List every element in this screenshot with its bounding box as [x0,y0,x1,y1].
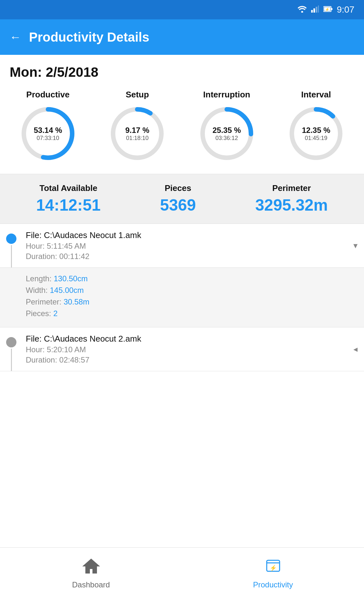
detail-row-0-3: Pieces: 2 [26,309,354,318]
detail-row-0-1: Width: 145.00cm [26,286,354,295]
svg-point-0 [301,11,303,13]
svg-marker-17 [83,559,99,573]
stat-label-1: Pieces [165,183,191,193]
nav-label-productivity: Productivity [253,580,293,589]
chart-item-3: Interval 12.35 % 01:45:19 [276,90,356,164]
nav-icon-productivity: ⚡ [265,558,282,578]
timeline-line-col-1 [0,327,23,371]
chart-item-0: Productive 53.14 % 07:33:10 [8,90,88,164]
chart-label-2: Interruption [203,90,250,100]
timeline-dot-1 [6,337,16,347]
svg-rect-1 [311,10,313,13]
donut-pct-0: 53.14 % [34,126,62,135]
signal-icon [311,5,319,14]
timeline-content-1: File: C:\Audaces Neocut 2.amk Hour: 5:20… [23,327,353,371]
bottom-nav: Dashboard ⚡ Productivity [0,547,364,599]
svg-rect-7 [331,8,332,10]
date-section: Mon: 2/5/2018 [0,55,364,83]
wifi-icon [298,5,307,14]
detail-val-0-1: 145.00cm [50,286,84,295]
nav-icon-dashboard [82,558,100,578]
date-label: Mon: 2/5/2018 [10,65,98,80]
stat-item-1: Pieces 5369 [160,183,196,215]
timeline-dot-0 [6,234,16,244]
stat-label-2: Perimeter [272,183,311,193]
chart-item-2: Interruption 25.35 % 03:36:12 [187,90,267,164]
chart-label-0: Productive [26,90,70,100]
donut-0: 53.14 % 07:33:10 [17,103,79,164]
status-bar: ⚡ 9:07 [0,0,364,19]
timeline-duration-0: Duration: 00:11:42 [26,252,347,261]
timeline-duration-1: Duration: 02:48:57 [26,355,347,364]
svg-rect-3 [316,7,317,13]
nav-item-dashboard[interactable]: Dashboard [0,558,182,589]
donut-time-1: 01:18:10 [125,135,149,142]
detail-val-0-3: 2 [53,309,57,318]
battery-icon: ⚡ [323,6,332,14]
svg-rect-4 [318,5,319,13]
detail-val-0-2: 30.58m [63,297,89,306]
timeline-hour-0: Hour: 5:11:45 AM [26,242,347,251]
stat-item-2: Perimeter 3295.32m [255,183,328,215]
chart-label-1: Setup [126,90,149,100]
timeline-details-0: Length: 130.50cmWidth: 145.00cmPerimeter… [0,268,364,327]
detail-row-0-2: Perimeter: 30.58m [26,297,354,306]
timeline-expand-icon-0[interactable]: ▾ [353,224,364,267]
donut-time-0: 07:33:10 [34,135,62,142]
stat-value-2: 3295.32m [255,196,328,215]
detail-row-0-0: Length: 130.50cm [26,274,354,283]
stat-label-0: Total Available [39,183,97,193]
donut-pct-3: 12.35 % [302,126,330,135]
timeline-hour-1: Hour: 5:20:10 AM [26,345,347,354]
timeline-item-1[interactable]: File: C:\Audaces Neocut 2.amk Hour: 5:20… [0,327,364,371]
donut-1: 9.17 % 01:18:10 [107,103,168,164]
timeline-file-0: File: C:\Audaces Neocut 1.amk [26,230,347,240]
donut-pct-1: 9.17 % [125,126,149,135]
donut-time-3: 01:45:19 [302,135,330,142]
svg-text:⚡: ⚡ [325,7,330,12]
timeline-expand-icon-1[interactable]: ◂ [353,327,364,371]
svg-text:⚡: ⚡ [270,564,277,572]
timeline-content-0: File: C:\Audaces Neocut 1.amk Hour: 5:11… [23,224,353,267]
stats-section: Total Available 14:12:51 Pieces 5369 Per… [0,174,364,224]
donut-3: 12.35 % 01:45:19 [285,103,347,164]
timeline-line-col-0 [0,224,23,267]
svg-rect-2 [313,8,315,13]
donut-2: 25.35 % 03:36:12 [196,103,257,164]
chart-item-1: Setup 9.17 % 01:18:10 [97,90,177,164]
charts-section: Productive 53.14 % 07:33:10 Setup 9.17 %… [0,83,364,174]
donut-pct-2: 25.35 % [213,126,241,135]
stat-value-0: 14:12:51 [36,196,101,215]
donut-time-2: 03:36:12 [213,135,241,142]
chart-label-3: Interval [301,90,331,100]
status-time: 9:07 [337,5,355,15]
detail-val-0-0: 130.50cm [54,274,88,283]
timeline-vline-1 [11,349,12,371]
timeline-file-1: File: C:\Audaces Neocut 2.amk [26,334,347,344]
nav-item-productivity[interactable]: ⚡ Productivity [182,558,364,589]
back-button[interactable]: ← [10,30,21,44]
timeline-section: File: C:\Audaces Neocut 1.amk Hour: 5:11… [0,224,364,371]
app-bar-title: Productivity Details [29,30,149,45]
stat-value-1: 5369 [160,196,196,215]
app-bar: ← Productivity Details [0,19,364,55]
timeline-item-0[interactable]: File: C:\Audaces Neocut 1.amk Hour: 5:11… [0,224,364,268]
stat-item-0: Total Available 14:12:51 [36,183,101,215]
nav-label-dashboard: Dashboard [72,580,110,589]
timeline-vline-0 [11,245,12,267]
